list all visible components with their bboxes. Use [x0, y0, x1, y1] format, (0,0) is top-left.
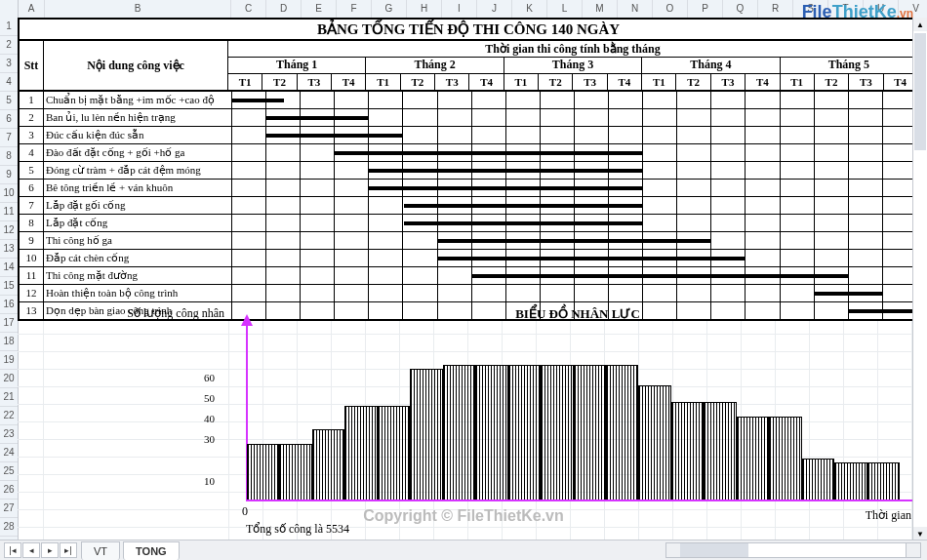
vscroll-track[interactable] — [913, 31, 927, 527]
row-header[interactable]: 20 — [0, 370, 18, 388]
manpower-chart: BIỂU ĐỒ NHÂN LỰC 1030405060 Thời gian 0 … — [226, 306, 927, 531]
column-header[interactable]: M — [583, 0, 618, 18]
bar-segment — [443, 365, 475, 500]
column-header[interactable]: C — [231, 0, 266, 18]
task-name: Lắp đặt cống — [44, 215, 232, 231]
row-header[interactable]: 7 — [0, 129, 18, 147]
week-header: T4 — [746, 74, 780, 91]
gantt-bar — [438, 257, 746, 260]
table-title: BẢNG TỔNG TIẾN ĐỘ THI CÔNG 140 NGÀY — [20, 20, 917, 41]
bar-segment — [867, 462, 900, 500]
row-header[interactable]: 11 — [0, 203, 18, 221]
task-name: Thi công hố ga — [44, 232, 232, 249]
hscroll-left-button[interactable] — [666, 543, 681, 557]
row-header[interactable]: 9 — [0, 166, 18, 184]
scroll-up-button[interactable]: ▲ — [913, 18, 927, 31]
row-header[interactable]: 2 — [0, 36, 18, 55]
task-name: Bê tông triền lề + ván khuôn — [44, 180, 232, 196]
column-header[interactable]: K — [512, 0, 547, 18]
column-header[interactable]: O — [653, 0, 688, 18]
column-header[interactable]: D — [266, 0, 302, 18]
week-header: T3 — [849, 74, 883, 91]
row-header[interactable]: 26 — [0, 481, 18, 500]
row-header[interactable]: 22 — [0, 407, 18, 425]
row-header[interactable]: 10 — [0, 184, 18, 203]
tab-last-button[interactable]: ▸| — [60, 542, 77, 558]
task-name: Ban ủi, lu lèn nền hiện trạng — [44, 109, 232, 126]
column-header[interactable]: L — [547, 0, 583, 18]
column-header[interactable]: E — [302, 0, 337, 18]
task-name: Đắp cát chèn cống — [44, 250, 232, 266]
task-number: 8 — [20, 215, 44, 231]
column-header[interactable]: P — [688, 0, 723, 18]
gantt-bar — [404, 221, 644, 225]
row-header[interactable]: 15 — [0, 277, 18, 296]
column-header[interactable]: Q — [723, 0, 758, 18]
week-header: T1 — [228, 74, 262, 91]
task-number: 12 — [20, 285, 44, 301]
gantt-row — [232, 109, 917, 126]
column-header[interactable]: B — [45, 0, 231, 18]
row-header[interactable]: 12 — [0, 221, 18, 240]
tab-first-button[interactable]: |◂ — [4, 542, 21, 558]
chart-y-ticks: 1030405060 — [219, 324, 244, 501]
row-header[interactable]: 13 — [0, 240, 18, 259]
row-header[interactable]: 5 — [0, 92, 18, 110]
task-number: 5 — [20, 162, 44, 179]
row-header[interactable]: 16 — [0, 296, 18, 314]
row-header[interactable]: 27 — [0, 500, 18, 518]
row-header[interactable]: 3 — [0, 55, 18, 73]
gantt-bar — [369, 186, 643, 190]
column-header[interactable]: N — [618, 0, 653, 18]
month-header: Tháng 1 — [228, 58, 366, 74]
column-header[interactable]: J — [477, 0, 512, 18]
column-header[interactable]: A — [19, 0, 45, 18]
task-number: 10 — [20, 250, 44, 266]
task-number: 1 — [20, 92, 44, 108]
gantt-row — [232, 127, 917, 143]
scroll-down-button[interactable]: ▼ — [913, 527, 927, 540]
row-header[interactable]: 17 — [0, 314, 18, 333]
column-header[interactable]: R — [758, 0, 793, 18]
hscroll-thumb[interactable] — [680, 543, 748, 557]
vscroll-thumb[interactable] — [914, 33, 926, 150]
row-header[interactable]: 23 — [0, 425, 18, 444]
sheet-tab[interactable]: TONG — [123, 541, 180, 560]
column-header[interactable]: I — [442, 0, 477, 18]
row-header[interactable]: 28 — [0, 518, 18, 537]
row-header[interactable]: 21 — [0, 388, 18, 407]
select-all-corner[interactable] — [0, 0, 19, 18]
sheet-tab[interactable]: VT — [81, 541, 120, 560]
row-header[interactable]: 8 — [0, 147, 18, 166]
vertical-scrollbar[interactable]: ▲ ▼ — [912, 18, 927, 540]
bar-segment — [541, 365, 573, 500]
gantt-row — [232, 285, 917, 301]
row-header[interactable]: 14 — [0, 259, 18, 277]
column-header-row: ABCDEFGHIJKLMNOPQRSTUVW — [0, 0, 927, 19]
bar-segment — [737, 417, 769, 500]
column-header[interactable]: H — [407, 0, 442, 18]
tab-prev-button[interactable]: ◂ — [22, 542, 40, 558]
column-header[interactable]: F — [337, 0, 372, 18]
month-header: Tháng 5 — [781, 58, 917, 74]
tab-nav-buttons: |◂ ◂ ▸ ▸| — [4, 542, 78, 558]
hscroll-right-button[interactable] — [906, 543, 920, 557]
row-header[interactable]: 24 — [0, 444, 18, 462]
row-header[interactable]: 19 — [0, 351, 18, 370]
task-number: 4 — [20, 144, 44, 161]
gantt-row — [232, 162, 917, 179]
row-header[interactable]: 6 — [0, 110, 18, 129]
row-header[interactable]: 1 — [0, 18, 18, 36]
row-header[interactable]: 4 — [0, 73, 18, 92]
row-header[interactable]: 25 — [0, 462, 18, 481]
column-header[interactable]: G — [372, 0, 407, 18]
gantt-row — [232, 250, 917, 266]
bar-segment — [344, 406, 377, 500]
task-number: 9 — [20, 232, 44, 249]
week-header: T3 — [298, 74, 332, 91]
logo-prefix: File — [802, 2, 832, 21]
tab-next-button[interactable]: ▸ — [41, 542, 59, 558]
cell-grid[interactable]: BẢNG TỔNG TIẾN ĐỘ THI CÔNG 140 NGÀY Stt … — [18, 18, 927, 540]
horizontal-scrollbar[interactable] — [665, 542, 921, 558]
row-header[interactable]: 18 — [0, 333, 18, 351]
